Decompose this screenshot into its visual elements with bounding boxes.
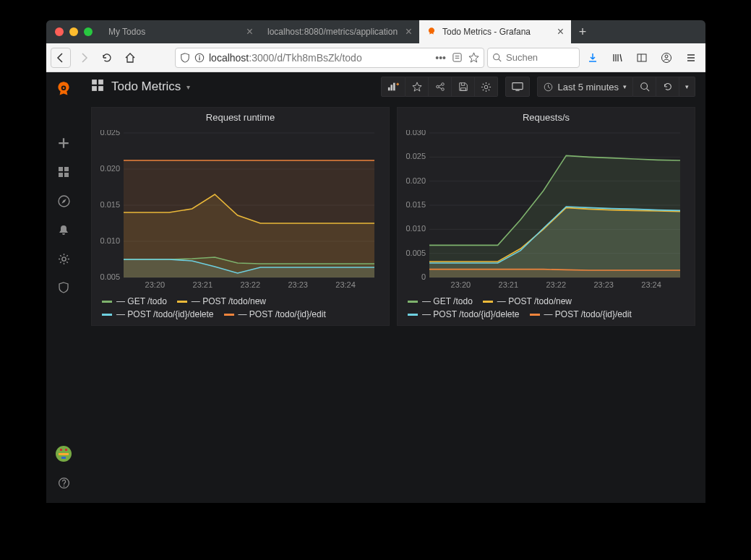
tab-my-todos[interactable]: My Todos × — [101, 20, 260, 43]
svg-point-36 — [640, 83, 647, 90]
cycle-view-button[interactable] — [505, 77, 530, 97]
svg-text:0.005: 0.005 — [100, 272, 120, 281]
svg-point-1 — [199, 55, 200, 56]
close-icon[interactable]: × — [557, 26, 564, 38]
svg-point-30 — [437, 85, 439, 88]
svg-text:0.015: 0.015 — [405, 200, 426, 209]
back-button[interactable] — [51, 48, 71, 68]
alerting-button[interactable] — [46, 215, 81, 244]
grafana-sidebar — [46, 72, 81, 503]
legend-item[interactable]: — POST /todo/{id}/edit — [224, 309, 326, 319]
dashboard-title[interactable]: Todo Metrics ▾ — [111, 79, 190, 94]
panel-requests-per-second[interactable]: Requests/s 00.0050.0100.0150.0200.0250.0… — [397, 107, 695, 326]
panel-request-runtime[interactable]: Request runtime 0.0050.0100.0150.0200.02… — [91, 107, 390, 326]
reader-icon[interactable] — [452, 52, 463, 63]
downloads-button[interactable] — [583, 48, 603, 68]
browser-window: My Todos × localhost:8080/metrics/applic… — [46, 20, 705, 503]
legend-swatch — [408, 314, 418, 316]
panel-title: Request runtime — [92, 108, 389, 127]
legend-item[interactable]: — POST /todo/{id}/edit — [530, 309, 632, 319]
new-tab-button[interactable]: + — [571, 20, 594, 43]
maximize-window-button[interactable] — [84, 27, 93, 36]
settings-button[interactable] — [475, 77, 498, 97]
window-controls — [46, 27, 101, 36]
svg-text:23:24: 23:24 — [335, 280, 356, 289]
legend-item[interactable]: — POST /todo/new — [483, 296, 572, 306]
home-button[interactable] — [120, 48, 140, 68]
user-avatar[interactable] — [46, 439, 81, 468]
svg-point-22 — [63, 485, 64, 486]
svg-text:23:24: 23:24 — [641, 280, 661, 289]
svg-text:0.025: 0.025 — [100, 130, 120, 137]
library-button[interactable] — [607, 48, 627, 68]
legend-label: — POST /todo/{id}/delete — [422, 309, 520, 319]
legend-label: — POST /todo/new — [192, 296, 266, 306]
explore-button[interactable] — [46, 186, 81, 215]
star-button[interactable] — [405, 77, 429, 97]
tab-label: localhost:8080/metrics/application — [267, 27, 398, 37]
legend-item[interactable]: — GET /todo — [102, 296, 167, 306]
refresh-interval-button[interactable]: ▾ — [679, 77, 695, 97]
legend-item[interactable]: — POST /todo/{id}/delete — [102, 309, 214, 319]
svg-rect-2 — [199, 57, 199, 60]
help-button[interactable] — [46, 468, 81, 497]
legend-swatch — [483, 301, 493, 303]
account-button[interactable] — [656, 48, 677, 68]
server-admin-button[interactable] — [46, 273, 81, 302]
svg-text:23:23: 23:23 — [288, 280, 308, 289]
svg-point-32 — [442, 88, 445, 91]
share-button[interactable] — [429, 77, 452, 97]
dashboards-button[interactable] — [46, 158, 81, 186]
grafana-icon — [426, 27, 437, 37]
chart-plot: 0.0050.0100.0150.0200.02523:2023:2123:22… — [92, 127, 389, 293]
dashboard-topbar: Todo Metrics ▾ Last 5 minutes ▾ — [81, 72, 705, 101]
url-bar[interactable]: localhost:3000/d/Tkh8mBsZk/todo ••• — [175, 48, 484, 68]
panel-title: Requests/s — [398, 108, 695, 127]
create-button[interactable] — [46, 129, 81, 158]
svg-rect-3 — [453, 53, 461, 61]
legend-item[interactable]: — GET /todo — [408, 296, 473, 306]
configuration-button[interactable] — [46, 244, 81, 273]
legend-swatch — [224, 314, 234, 316]
legend-item[interactable]: — POST /todo/{id}/delete — [408, 309, 520, 319]
sidebar-button[interactable] — [632, 48, 652, 68]
more-icon[interactable]: ••• — [435, 52, 446, 64]
shield-icon — [180, 53, 190, 63]
svg-text:23:20: 23:20 — [451, 280, 471, 289]
legend-label: — POST /todo/{id}/delete — [116, 309, 214, 319]
svg-rect-11 — [64, 167, 69, 171]
svg-rect-34 — [512, 83, 523, 90]
svg-text:23:22: 23:22 — [546, 280, 566, 289]
time-range-button[interactable]: Last 5 minutes ▾ — [537, 77, 633, 97]
url-text: localhost:3000/d/Tkh8mBsZk/todo — [209, 52, 431, 64]
close-icon[interactable]: × — [405, 26, 412, 38]
svg-point-15 — [61, 257, 65, 260]
grafana-logo[interactable] — [46, 72, 81, 107]
refresh-button[interactable] — [656, 77, 679, 97]
close-window-button[interactable] — [55, 27, 64, 36]
forward-button[interactable] — [74, 48, 94, 68]
search-bar[interactable]: Suchen — [487, 48, 580, 68]
svg-rect-27 — [388, 87, 390, 90]
zoom-out-button[interactable] — [633, 77, 656, 97]
svg-rect-29 — [393, 83, 395, 91]
add-panel-button[interactable] — [381, 77, 405, 97]
legend-item[interactable]: — POST /todo/new — [177, 296, 266, 306]
svg-rect-20 — [61, 457, 66, 459]
chevron-down-icon: ▾ — [623, 83, 627, 90]
legend-swatch — [530, 314, 540, 316]
panel-grid-icon[interactable] — [91, 79, 104, 95]
svg-text:0: 0 — [421, 272, 426, 281]
svg-text:23:23: 23:23 — [593, 280, 614, 289]
tab-grafana[interactable]: Todo Metrics - Grafana × — [419, 20, 571, 43]
svg-text:0.025: 0.025 — [405, 152, 426, 160]
minimize-window-button[interactable] — [69, 27, 78, 36]
close-icon[interactable]: × — [246, 26, 253, 38]
reload-button[interactable] — [97, 48, 117, 68]
svg-text:23:20: 23:20 — [145, 280, 166, 289]
svg-rect-17 — [60, 449, 62, 451]
menu-button[interactable] — [681, 48, 701, 68]
save-button[interactable] — [452, 77, 475, 97]
tab-localhost-metrics[interactable]: localhost:8080/metrics/application × — [260, 20, 419, 43]
bookmark-icon[interactable] — [468, 52, 479, 63]
